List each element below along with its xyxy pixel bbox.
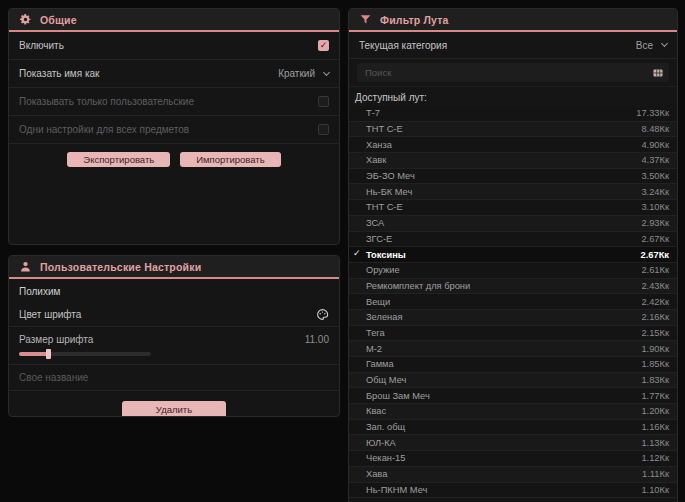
loot-item-name: Вещи <box>366 297 390 307</box>
font-size-label: Размер шрифта <box>19 334 93 345</box>
loot-item-value: 1.13Кк <box>641 438 669 448</box>
list-item[interactable]: Зап. общ1.16Кк <box>349 420 677 436</box>
show-name-label: Показать имя как <box>19 68 99 79</box>
export-button[interactable]: Экспортировать <box>67 152 170 167</box>
only-custom-label: Показывать только пользовательские <box>19 96 194 107</box>
category-value: Все <box>636 40 653 51</box>
loot-item-value: 1.83Кк <box>641 375 669 385</box>
list-item[interactable]: ЮЛ-КА1.13Кк <box>349 435 677 451</box>
slider-handle[interactable] <box>46 349 51 359</box>
loot-item-value: 8.48Кк <box>641 124 669 134</box>
custom-name-input[interactable] <box>9 365 339 391</box>
list-item[interactable]: М-21.90Кк <box>349 341 677 357</box>
list-item[interactable]: Общ Меч1.83Кк <box>349 373 677 389</box>
show-name-dropdown[interactable]: Краткий <box>278 68 329 79</box>
show-name-row: Показать имя как Краткий <box>9 60 339 88</box>
loot-item-value: 2.43Кк <box>641 281 669 291</box>
font-size-slider[interactable] <box>19 352 151 356</box>
list-item[interactable]: Брош Зам Меч1.77Кк <box>349 388 677 404</box>
loot-item-value: 2.15Кк <box>641 328 669 338</box>
export-import-row: Экспортировать Импортировать <box>9 144 339 173</box>
loot-item-value: 1.77Кк <box>641 391 669 401</box>
delete-button[interactable]: Удалить <box>122 401 226 417</box>
loot-item-value: 4.37Кк <box>641 155 669 165</box>
loot-item-name: Нь-ПКНМ Меч <box>366 485 427 495</box>
loot-item-name: Ремкомплект для брони <box>366 281 470 291</box>
list-item[interactable]: Квас1.20Кк <box>349 404 677 420</box>
list-item[interactable]: Ремкомплект для брони2.43Кк <box>349 279 677 295</box>
loot-item-name: Хавк <box>366 155 386 165</box>
list-item[interactable]: ТНТ С-Е3.10Кк <box>349 200 677 216</box>
list-item[interactable]: ЗГС-Е2.67Кк <box>349 232 677 248</box>
available-loot-label: Доступный лут: <box>349 87 677 106</box>
loot-item-value: 2.42Кк <box>641 297 669 307</box>
loot-item-name: ТНТ С-Е <box>366 202 403 212</box>
same-for-all-row: Одни настройки для всех предметов <box>9 116 339 144</box>
chevron-down-icon <box>323 68 330 75</box>
loot-item-name: Хава <box>366 469 387 479</box>
list-item[interactable]: Гамма1.85Кк <box>349 357 677 373</box>
import-button[interactable]: Импортировать <box>180 152 280 167</box>
loot-item-value: 2.67Кк <box>641 234 669 244</box>
list-item[interactable]: Тега2.15Кк <box>349 326 677 342</box>
loot-item-value: 3.10Кк <box>641 202 669 212</box>
list-item[interactable]: Хавк4.37Кк <box>349 153 677 169</box>
loot-item-name: ЗСА <box>366 218 384 228</box>
loot-item-name: Зап. общ <box>366 422 405 432</box>
loot-item-value: 1.85Кк <box>641 359 669 369</box>
only-custom-checkbox[interactable] <box>318 96 329 107</box>
loot-item-value: 2.16Кк <box>641 312 669 322</box>
palette-icon[interactable] <box>316 308 329 321</box>
list-item[interactable]: Нь-ПКНМ Меч1.10Кк <box>349 483 677 499</box>
list-item[interactable]: Чекан-151.12Кк <box>349 451 677 467</box>
loot-filter-title: Фильтр Лута <box>380 14 449 26</box>
category-row: Текущая категория Все <box>349 32 677 59</box>
loot-item-name: Ханза <box>366 140 392 150</box>
list-item[interactable]: ТНТ С-Е8.48Кк <box>349 122 677 138</box>
loot-item-value: 1.16Кк <box>641 422 669 432</box>
loot-item-value: 3.50Кк <box>641 171 669 181</box>
list-item[interactable]: Вещи2.42Кк <box>349 294 677 310</box>
list-item[interactable]: Оружие2.61Кк <box>349 263 677 279</box>
list-item[interactable]: ЗСА2.93Кк <box>349 216 677 232</box>
delete-row: Удалить <box>9 391 339 417</box>
category-dropdown[interactable]: Все <box>636 40 667 51</box>
list-item[interactable]: Нь-БК Меч3.24Кк <box>349 184 677 200</box>
loot-item-name: М-2 <box>366 344 382 354</box>
loot-item-name: Нь-БК Меч <box>366 187 412 197</box>
loot-item-value: 3.24Кк <box>641 187 669 197</box>
loot-item-name: Т-7 <box>366 108 380 118</box>
custom-settings-title: Пользовательские Настройки <box>40 261 201 273</box>
general-panel: Общие Включить ✓ Показать имя как Кратки… <box>8 8 340 245</box>
custom-settings-panel: Пользовательские Настройки Полихим Цвет … <box>8 255 340 417</box>
loot-item-name: Тега <box>366 328 385 338</box>
list-item[interactable]: Т-717.33Кк <box>349 106 677 122</box>
font-size-value: 11.00 <box>305 334 329 345</box>
loot-list: Т-717.33КкТНТ С-Е8.48КкХанза4.90КкХавк4.… <box>349 106 677 498</box>
list-item[interactable]: Хава1.11Кк <box>349 467 677 483</box>
font-color-label: Цвет шрифта <box>19 309 81 320</box>
enable-checkbox[interactable]: ✓ <box>318 40 329 51</box>
list-item[interactable]: ✓Токсины2.67Кк <box>349 247 677 263</box>
chevron-down-icon <box>661 40 668 47</box>
loot-item-name: Чекан-15 <box>366 453 405 463</box>
show-name-value: Краткий <box>278 68 315 79</box>
font-size-block: Размер шрифта 11.00 <box>9 327 339 365</box>
loot-item-value: 1.90Кк <box>641 344 669 354</box>
same-for-all-label: Одни настройки для всех предметов <box>19 124 189 135</box>
search-row <box>349 59 677 87</box>
funnel-icon <box>359 13 372 26</box>
search-input[interactable] <box>357 63 669 82</box>
list-item[interactable]: Зеленая2.16Кк <box>349 310 677 326</box>
loot-item-name: ЭБ-ЗО Меч <box>366 171 415 181</box>
user-settings-icon <box>19 260 32 273</box>
loot-item-name: Оружие <box>366 265 400 275</box>
gear-icon <box>19 13 32 26</box>
list-item[interactable]: Ханза4.90Кк <box>349 137 677 153</box>
category-label: Текущая категория <box>359 40 447 51</box>
loot-item-value: 1.10Кк <box>641 485 669 495</box>
grid-view-icon[interactable] <box>652 67 664 79</box>
list-item[interactable]: ЭБ-ЗО Меч3.50Кк <box>349 169 677 185</box>
same-for-all-checkbox[interactable] <box>318 124 329 135</box>
loot-item-value: 2.61Кк <box>641 265 669 275</box>
